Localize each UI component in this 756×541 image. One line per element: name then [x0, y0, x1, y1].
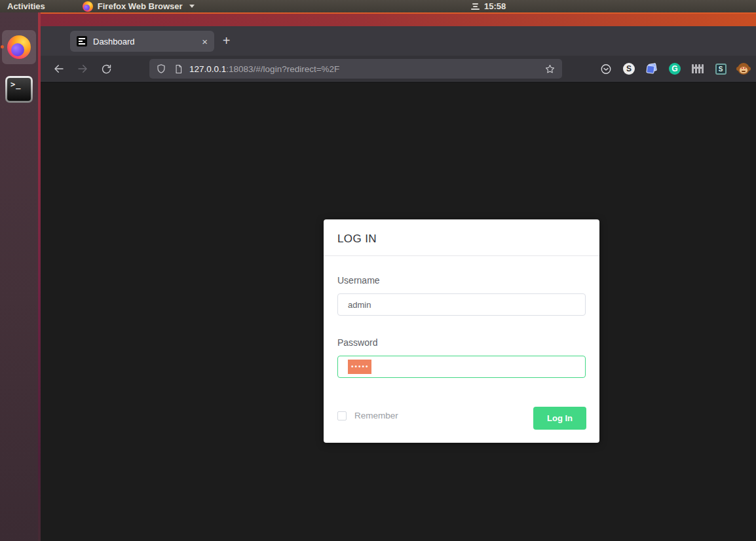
fence-icon: [692, 64, 704, 74]
ubuntu-top-bar: Activities Firefox Web Browser 15:58: [0, 0, 756, 12]
pocket-icon: [600, 63, 612, 75]
s-badge-extension-button[interactable]: S: [623, 63, 635, 75]
firefox-icon: [83, 1, 93, 12]
pocket-button[interactable]: [600, 63, 612, 75]
grammarly-icon: G: [669, 63, 681, 75]
stylus-icon: S: [715, 64, 727, 75]
page-info-icon[interactable]: [174, 64, 183, 74]
monkey-extension-button[interactable]: [738, 63, 749, 75]
reload-button[interactable]: [96, 59, 116, 79]
monkey-icon: [738, 63, 749, 75]
dock-item-firefox[interactable]: [2, 30, 36, 64]
dock: >_: [0, 12, 38, 541]
extension-toolbar: S G S: [600, 59, 749, 79]
grammarly-extension-button[interactable]: G: [669, 63, 681, 75]
dock-item-terminal[interactable]: >_: [5, 76, 33, 103]
fence-extension-button[interactable]: [692, 63, 704, 75]
chevron-down-icon: [189, 5, 195, 8]
calendar-lines-icon: [470, 3, 480, 10]
firefox-window: Dashboard × + 127.0.0.1:18083/#/login?re…: [41, 26, 756, 541]
url-host: 127.0.0.1: [189, 64, 226, 74]
password-selected-text: •••••: [348, 360, 371, 374]
notes-extension-button[interactable]: [646, 63, 658, 75]
nav-toolbar: 127.0.0.1:18083/#/login?redirect=%2F S G: [41, 56, 756, 83]
reload-icon: [101, 64, 112, 75]
running-indicator-dot: [1, 45, 4, 48]
login-title: LOG IN: [337, 233, 377, 246]
app-menu-label: Firefox Web Browser: [98, 1, 183, 11]
new-tab-button[interactable]: +: [217, 32, 235, 50]
tab-bar: Dashboard × +: [41, 26, 756, 56]
card-divider: [324, 255, 599, 256]
firefox-dock-icon: [7, 35, 31, 59]
tracking-shield-icon: [156, 64, 166, 74]
tab-favicon-icon: [77, 36, 87, 47]
tab-dashboard[interactable]: Dashboard ×: [70, 31, 214, 52]
forward-arrow-icon: [77, 63, 88, 75]
username-input[interactable]: [337, 293, 586, 316]
url-path: :18083/#/login?redirect=%2F: [226, 64, 339, 74]
star-icon: [544, 64, 556, 75]
tab-title: Dashboard: [93, 37, 135, 47]
terminal-icon: >_: [7, 78, 31, 101]
password-label: Password: [337, 337, 377, 348]
forward-button[interactable]: [73, 59, 92, 79]
login-button[interactable]: Log In: [533, 407, 586, 430]
url-text: 127.0.0.1:18083/#/login?redirect=%2F: [189, 64, 339, 74]
remember-checkbox[interactable]: [337, 411, 347, 420]
stylus-extension-button[interactable]: S: [715, 63, 727, 75]
url-bar[interactable]: 127.0.0.1:18083/#/login?redirect=%2F: [149, 59, 562, 79]
bookmark-button[interactable]: [544, 64, 556, 75]
login-card: LOG IN Username Password ••••• Remember …: [324, 219, 599, 443]
activities-button[interactable]: Activities: [0, 0, 52, 12]
remember-label: Remember: [354, 411, 398, 420]
clock-menu[interactable]: 15:58: [470, 0, 506, 12]
password-input[interactable]: •••••: [337, 356, 586, 378]
blue-notes-icon: [646, 63, 658, 75]
back-button[interactable]: [49, 59, 69, 79]
back-arrow-icon: [53, 63, 65, 75]
firefox-app-menu[interactable]: Firefox Web Browser: [83, 0, 195, 12]
username-label: Username: [337, 275, 380, 286]
s-badge-icon: S: [623, 63, 635, 75]
desktop-wallpaper-sliver: [38, 12, 41, 541]
desktop-wallpaper-strip: [38, 12, 756, 28]
clock-time: 15:58: [484, 1, 506, 11]
tab-close-button[interactable]: ×: [202, 37, 208, 47]
